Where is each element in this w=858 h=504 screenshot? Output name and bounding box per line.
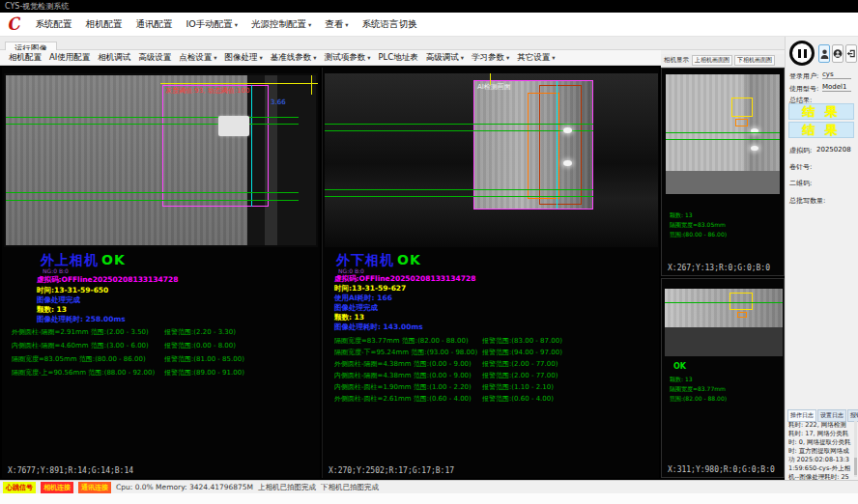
- measure-row: 外侧圆柱-隔圈=2.91mm 范围:(2.00 - 3.50) 报警范围:(2.…: [2, 327, 320, 337]
- vcode-value: 20250208: [816, 146, 851, 154]
- tab-lower-camera-view[interactable]: 下相机画面图: [734, 55, 775, 66]
- mini-annotation: 范围:(80.00 - 86.00): [670, 231, 727, 239]
- measure-row: 内侧圆柱-隔圈=4.60mm 范围:(3.00 - 6.00) 报警范围:(0.…: [2, 341, 320, 350]
- menu-label: 光源控制配置: [251, 18, 306, 29]
- measure-alarm: 报警范围:(1.10 - 2.10): [482, 382, 554, 392]
- pixel-coordinate-readout: X:267;Y:13;R:0;G:0;B:0: [668, 264, 770, 272]
- lower-camera-status: 下相机已拍图完成: [321, 483, 379, 492]
- pin-number-label: 卷针号:: [789, 162, 812, 172]
- measure-alarm: 报警范围:(94.00 - 97.00): [482, 348, 562, 357]
- mini-annotation: 颗数: 13: [670, 211, 693, 220]
- measure-value: 隔圈宽度-下=95.24mm 范围:(93.00 - 98.00): [334, 348, 477, 357]
- pixel-coordinate-readout: X:311;Y:980;R:0;G:0;B:0: [668, 465, 775, 474]
- overlay-orange-rect: [528, 93, 559, 199]
- toolbar-spot-check[interactable]: 点检设置▾: [175, 50, 220, 66]
- menu-item-light-config[interactable]: 光源控制配置▾: [244, 15, 318, 34]
- camera-name: 外上相机: [41, 252, 99, 267]
- login-user-value[interactable]: cys: [822, 70, 851, 79]
- menu-item-view[interactable]: 查看▾: [318, 15, 355, 34]
- elapsed-line: 图像处理耗时: 143.00ms: [334, 322, 423, 332]
- overlay-green-line: [6, 200, 299, 201]
- measure-alarm: 报警范围:(89.00 - 91.00): [164, 368, 244, 378]
- chevron-down-icon: ▾: [506, 54, 509, 62]
- lower-camera-panel[interactable]: AI检测画面 外下相机OK NG:0 B:0 虚拟码:OFFline202502…: [322, 68, 659, 478]
- measure-value: 隔圈宽度=83.05mm 范围:(80.00 - 86.00): [12, 354, 146, 364]
- upper-camera-panel[interactable]: 灰度阈值:93, 动态阈值:100 3.66 外上相机OK NG:0 B:0 虚…: [2, 68, 320, 478]
- measure-overlay-label: 3.66: [271, 98, 286, 106]
- lower-camera-image[interactable]: AI检测画面: [325, 73, 658, 247]
- measure-row: 隔圈宽度-下=95.24mm 范围:(93.00 - 98.00) 报警范围:(…: [323, 348, 659, 357]
- toolbar-camera-config[interactable]: 相机配置: [5, 50, 45, 66]
- pause-button[interactable]: [789, 41, 815, 66]
- user-icon: [820, 49, 829, 59]
- result-display-lower: 结 果: [788, 122, 854, 138]
- chevron-down-icon: ▾: [260, 54, 263, 62]
- toolbar-advanced-settings[interactable]: 高级设置: [134, 50, 175, 66]
- measure-value: 隔圈宽度-上=90.56mm 范围:(88.00 - 92.00): [12, 368, 155, 378]
- toolbar-learning-params[interactable]: 学习参数▾: [468, 50, 513, 66]
- camera-name: 外下相机: [336, 252, 394, 267]
- toolbar-other-settings[interactable]: 其它设置▾: [513, 50, 558, 66]
- mini-upper-camera-panel[interactable]: 颗数: 13 隔圈宽度=83.05mm 范围:(80.00 - 86.00) X…: [661, 68, 785, 276]
- ok-status: OK: [397, 252, 421, 267]
- toolbar-camera-debug[interactable]: 相机调试: [94, 50, 134, 66]
- mini-view-header: 相机显示 上相机画面图 下相机画面图: [661, 54, 785, 68]
- heartbeat-status-badge: 心跳信号: [3, 482, 36, 493]
- upper-camera-image[interactable]: 灰度阈值:93, 动态阈值:100 3.66: [4, 73, 318, 247]
- exit-button[interactable]: [845, 44, 857, 63]
- chevron-down-icon: ▾: [308, 21, 311, 29]
- measure-value: 外侧圆柱-隔圈=2.91mm 范围:(2.00 - 3.50): [12, 327, 149, 337]
- model-value[interactable]: Model1: [822, 83, 851, 92]
- window-title: CYS-视觉检测系统: [5, 2, 69, 11]
- mini-photo-dark-band: [666, 171, 780, 194]
- toolbar-label: 图像处理: [225, 52, 258, 62]
- overlay-green-line: [6, 124, 299, 125]
- operator-button[interactable]: [832, 44, 844, 63]
- menu-label: 查看: [325, 18, 343, 29]
- toolbar-image-processing[interactable]: 图像处理▾: [221, 50, 267, 66]
- overlay-green-line: [666, 139, 780, 140]
- time-line: 时间:13-31-59-627: [334, 284, 406, 294]
- toolbar-ai-config[interactable]: AI使用配置: [45, 50, 94, 66]
- login-user-button[interactable]: [818, 44, 830, 63]
- qr-code-label: 二维码:: [789, 179, 812, 188]
- toolbar-plc-address[interactable]: PLC地址表: [374, 50, 421, 66]
- status-bar: 心跳信号 相机连接 通讯连接 Cpu: 0.0% Memory: 3424.41…: [0, 480, 858, 493]
- toolbar-baseline-params[interactable]: 基准线参数▾: [267, 50, 321, 66]
- pause-icon: [804, 49, 807, 58]
- login-user-label: 登录用户:: [789, 71, 818, 81]
- scrollbar-thumb[interactable]: [854, 458, 857, 475]
- mini-annotation: 隔圈宽度=83.05mm: [670, 221, 726, 230]
- toolbar-label: 相机配置: [9, 52, 42, 62]
- menu-item-camera-config[interactable]: 相机配置: [79, 15, 129, 34]
- toolbar-label: 高级设置: [138, 52, 171, 62]
- menu-item-comm-config[interactable]: 通讯配置: [129, 15, 180, 34]
- measure-row: 隔圈宽度-上=90.56mm 范围:(88.00 - 92.00) 报警范围:(…: [2, 368, 320, 378]
- log-scrollbar[interactable]: [854, 421, 857, 477]
- menu-item-language-switch[interactable]: 系统语言切换: [356, 15, 424, 34]
- measure-row: 外侧圆柱-隔圈=4.38mm 范围:(0.00 - 9.00) 报警范围:(2.…: [323, 359, 659, 369]
- menu-label: 通讯配置: [136, 18, 173, 29]
- tab-upper-camera-view[interactable]: 上相机画面图: [692, 55, 732, 66]
- menu-label: 系统配置: [36, 18, 72, 29]
- menu-item-io-config[interactable]: IO手动配置▾: [180, 15, 245, 34]
- chevron-down-icon: ▾: [552, 54, 555, 62]
- reflection-glint: [751, 146, 758, 151]
- menu-item-system-config[interactable]: 系统配置: [29, 15, 79, 34]
- toolbar-advanced-debug[interactable]: 高级调试▾: [422, 50, 468, 66]
- camera-subline: NG:0 B:0: [338, 267, 364, 274]
- mini-view-label: 相机显示: [664, 56, 689, 65]
- toolbar-label: 学习参数: [472, 52, 504, 62]
- app-logo-icon: C: [6, 14, 21, 33]
- overlay-yellow-rect: [731, 98, 753, 117]
- reflection-glint: [563, 160, 572, 166]
- count-line: 颗数: 13: [334, 313, 364, 322]
- measure-value: 隔圈宽度=83.77mm 范围:(82.00 - 88.00): [334, 336, 469, 346]
- barcode-line: 虚拟码:OFFline20250208133134728: [37, 275, 178, 285]
- overlay-green-line: [325, 189, 593, 190]
- process-done-line: 图像处理完成: [334, 303, 378, 313]
- measure-value: 外侧圆柱-隔圈=4.38mm 范围:(0.00 - 9.00): [334, 359, 472, 369]
- toolbar-test-params[interactable]: 测试项参数▾: [321, 50, 375, 66]
- mini-lower-camera-panel[interactable]: OK 颗数: 13 隔圈宽度=83.77mm 范围:(82.00 - 88.00…: [661, 278, 785, 478]
- overlay-green-line: [325, 124, 593, 125]
